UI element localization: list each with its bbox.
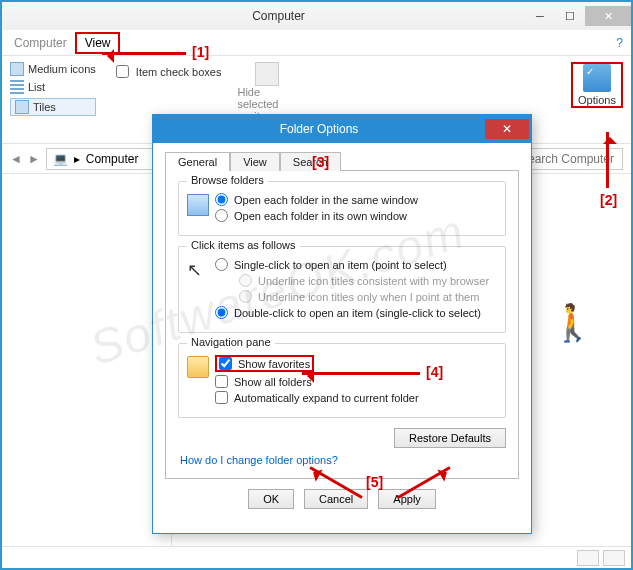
radio-single-click[interactable] <box>215 258 228 271</box>
tab-search[interactable]: Search <box>280 152 341 171</box>
click-items-group: Click items as follows Single-click to o… <box>178 246 506 333</box>
computer-icon: 💻 <box>53 152 68 166</box>
help-icon[interactable]: ? <box>616 36 631 50</box>
window-icon <box>187 194 209 216</box>
ok-button[interactable]: OK <box>248 489 294 509</box>
radio-underline-browser <box>239 274 252 287</box>
navigation-pane[interactable] <box>2 174 172 546</box>
restore-defaults-button[interactable]: Restore Defaults <box>394 428 506 448</box>
medium-icons-icon <box>10 62 24 76</box>
apply-button[interactable]: Apply <box>378 489 436 509</box>
folder-icon <box>187 356 209 378</box>
ribbon-hide-selected[interactable]: Hide selected items <box>237 62 297 122</box>
dialog-title: Folder Options <box>153 122 485 136</box>
tab-general[interactable]: General <box>165 152 230 171</box>
help-link[interactable]: How do I change folder options? <box>180 454 506 466</box>
list-icon <box>10 80 24 94</box>
navigation-pane-group: Navigation pane Show favorites Show all … <box>178 343 506 418</box>
ribbon-list[interactable]: List <box>10 80 96 94</box>
statusbar <box>2 546 631 568</box>
statusbar-details-view[interactable] <box>577 550 599 566</box>
checkbox-show-favorites[interactable] <box>219 357 232 370</box>
tab-panel-general: Browse folders Open each folder in the s… <box>165 170 519 479</box>
radio-own-window[interactable] <box>215 209 228 222</box>
nav-fwd-icon[interactable]: ► <box>28 152 40 166</box>
options-icon <box>583 64 611 92</box>
hide-selected-icon <box>255 62 279 86</box>
statusbar-tiles-view[interactable] <box>603 550 625 566</box>
ribbon-item-checkboxes[interactable]: Item check boxes <box>112 62 222 81</box>
item-checkboxes-checkbox[interactable] <box>116 65 129 78</box>
tab-view[interactable]: View <box>230 152 280 171</box>
cursor-icon <box>187 259 209 281</box>
radio-underline-point <box>239 290 252 303</box>
ribbon-layout-group: Medium icons List Tiles <box>10 62 96 116</box>
dialog-button-row: OK Cancel Apply <box>165 479 519 513</box>
dialog-tabs: General View Search <box>165 151 519 170</box>
ribbon-tiles[interactable]: Tiles <box>10 98 96 116</box>
cancel-button[interactable]: Cancel <box>304 489 368 509</box>
ribbon-medium-icons[interactable]: Medium icons <box>10 62 96 76</box>
radio-same-window[interactable] <box>215 193 228 206</box>
dialog-close-button[interactable]: ✕ <box>485 119 529 139</box>
ribbon-checkboxes-group: Item check boxes <box>112 62 222 81</box>
close-button[interactable]: ✕ <box>585 6 631 26</box>
menu-view[interactable]: View <box>75 32 121 54</box>
nav-back-icon[interactable]: ◄ <box>10 152 22 166</box>
checkbox-show-all-folders[interactable] <box>215 375 228 388</box>
tiles-icon <box>15 100 29 114</box>
window-titlebar: Computer ─ ☐ ✕ <box>2 2 631 30</box>
maximize-button[interactable]: ☐ <box>555 6 585 26</box>
ribbon-options[interactable]: Options <box>571 62 623 108</box>
menu-computer[interactable]: Computer <box>6 34 75 52</box>
dialog-titlebar: Folder Options ✕ <box>153 115 531 143</box>
folder-options-dialog: Folder Options ✕ General View Search Bro… <box>152 114 532 534</box>
radio-double-click[interactable] <box>215 306 228 319</box>
minimize-button[interactable]: ─ <box>525 6 555 26</box>
menubar: Computer View ? <box>2 30 631 56</box>
window-title: Computer <box>32 9 525 23</box>
checkbox-auto-expand[interactable] <box>215 391 228 404</box>
browse-folders-group: Browse folders Open each folder in the s… <box>178 181 506 236</box>
